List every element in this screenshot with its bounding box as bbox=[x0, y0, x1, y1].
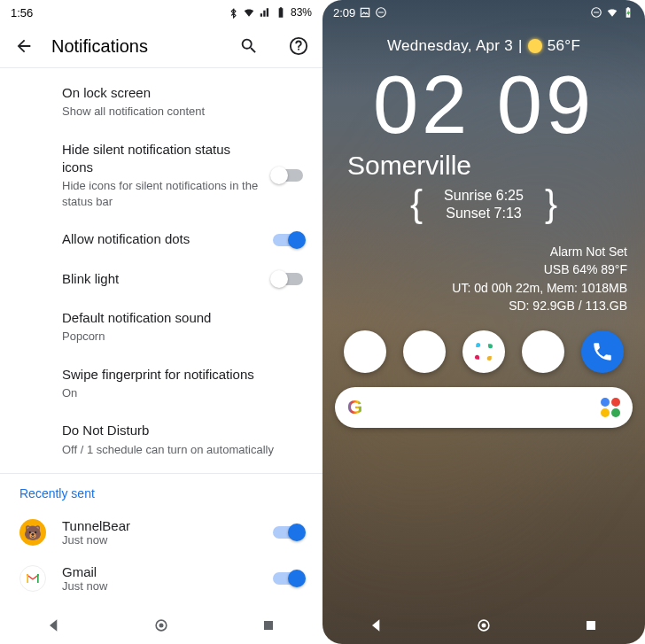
status-icons: 83% bbox=[227, 6, 312, 19]
setting-title: On lock screen bbox=[62, 84, 303, 102]
google-logo-icon: G bbox=[347, 396, 362, 419]
toggle-switch[interactable] bbox=[273, 273, 303, 285]
setting-swipe-fingerprint[interactable]: Swipe fingerprint for notificationsOn bbox=[0, 355, 322, 412]
date-text: Wednesday, Apr 3 bbox=[387, 37, 513, 55]
dock-app-phone[interactable] bbox=[581, 330, 624, 373]
svg-rect-3 bbox=[264, 621, 273, 630]
signal-icon bbox=[259, 6, 271, 19]
sun-times: Sunrise 6:25 Sunset 7:13 bbox=[417, 188, 550, 221]
sun-icon bbox=[528, 39, 542, 53]
setting-default-sound[interactable]: Default notification soundPopcorn bbox=[0, 299, 322, 355]
settings-screen: 1:56 83% Notifications On lock screenSho… bbox=[0, 0, 322, 644]
setting-title: Default notification sound bbox=[62, 309, 303, 327]
toggle-switch[interactable] bbox=[273, 526, 303, 539]
recent-app-gmail[interactable]: GmailJust now bbox=[0, 555, 322, 601]
sunset-text: Sunset 7:13 bbox=[446, 206, 521, 221]
usb-text: USB 64% 89°F bbox=[340, 260, 627, 278]
storage-text: SD: 92.9GB / 113.GB bbox=[340, 297, 627, 314]
help-icon[interactable] bbox=[289, 36, 308, 56]
city-label: Somerville bbox=[322, 145, 645, 188]
setting-title: Blink light bbox=[62, 270, 262, 288]
setting-hide-silent[interactable]: Hide silent notification status iconsHid… bbox=[0, 130, 322, 221]
wifi-icon bbox=[606, 6, 618, 19]
dock-folder-3[interactable] bbox=[522, 330, 564, 373]
svg-rect-4 bbox=[361, 8, 369, 16]
setting-dnd[interactable]: Do Not DisturbOff / 1 schedule can turn … bbox=[0, 411, 322, 468]
battery-icon bbox=[275, 6, 287, 19]
setting-title: Swipe fingerprint for notifications bbox=[62, 366, 303, 384]
nav-bar bbox=[322, 607, 645, 644]
uptime-text: UT: 0d 00h 22m, Mem: 1018MB bbox=[340, 279, 627, 297]
svg-point-2 bbox=[159, 624, 163, 628]
image-icon bbox=[359, 6, 371, 19]
dnd-icon bbox=[375, 6, 387, 19]
setting-sub: On bbox=[62, 385, 303, 401]
system-stats: Alarm Not Set USB 64% 89°F UT: 0d 00h 22… bbox=[322, 221, 645, 314]
recent-app-tunnelbear[interactable]: 🐻 TunnelBearJust now bbox=[0, 509, 322, 555]
clock-widget[interactable]: Wednesday, Apr 3 | 56°F 02 09 bbox=[322, 25, 645, 145]
battery-percent: 83% bbox=[291, 6, 312, 19]
search-icon[interactable] bbox=[239, 36, 259, 56]
nav-recent-icon[interactable] bbox=[260, 617, 277, 634]
dock-app-slack[interactable] bbox=[462, 330, 505, 373]
alarm-text: Alarm Not Set bbox=[340, 243, 627, 260]
status-bar: 2:09 bbox=[322, 0, 645, 25]
app-name: TunnelBear bbox=[62, 518, 262, 533]
toggle-switch[interactable] bbox=[273, 169, 303, 182]
status-time: 2:09 bbox=[333, 6, 355, 19]
page-title: Notifications bbox=[51, 36, 221, 57]
setting-sub: Hide icons for silent notifications in t… bbox=[62, 178, 262, 209]
tunnelbear-icon: 🐻 bbox=[19, 519, 46, 546]
setting-sub: Popcorn bbox=[62, 329, 303, 345]
app-when: Just now bbox=[62, 533, 262, 547]
sunrise-text: Sunrise 6:25 bbox=[444, 188, 524, 204]
setting-sub: Show all notification content bbox=[62, 104, 303, 120]
status-bar: 1:56 83% bbox=[0, 0, 322, 25]
search-bar[interactable]: G bbox=[335, 387, 633, 428]
temp-text: 56°F bbox=[548, 37, 580, 55]
back-icon[interactable] bbox=[14, 36, 34, 56]
nav-home-icon[interactable] bbox=[475, 617, 493, 634]
date-line: Wednesday, Apr 3 | 56°F bbox=[340, 37, 627, 55]
toggle-switch[interactable] bbox=[273, 572, 303, 585]
section-recently-sent: Recently sent bbox=[0, 474, 322, 509]
nav-bar bbox=[0, 607, 322, 644]
setting-lock-screen[interactable]: On lock screenShow all notification cont… bbox=[0, 74, 322, 130]
setting-title: Do Not Disturb bbox=[62, 422, 303, 439]
svg-rect-9 bbox=[587, 621, 595, 630]
nav-recent-icon[interactable] bbox=[582, 617, 600, 634]
setting-blink-light[interactable]: Blink light bbox=[0, 260, 322, 299]
clock-time: 02 09 bbox=[340, 64, 627, 145]
svg-point-8 bbox=[481, 624, 486, 628]
toggle-switch[interactable] bbox=[273, 234, 303, 246]
nav-home-icon[interactable] bbox=[152, 617, 170, 634]
home-screen: 2:09 Wednesday, Apr 3 | 56°F 02 09 Somer… bbox=[322, 0, 645, 644]
nav-back-icon[interactable] bbox=[368, 617, 385, 634]
app-name: Gmail bbox=[62, 564, 262, 579]
setting-sub: Off / 1 schedule can turn on automatical… bbox=[62, 442, 303, 458]
assistant-icon[interactable] bbox=[601, 398, 620, 417]
app-bar: Notifications bbox=[0, 25, 322, 67]
bluetooth-icon bbox=[227, 6, 239, 19]
setting-title: Hide silent notification status icons bbox=[62, 141, 262, 177]
setting-notification-dots[interactable]: Allow notification dots bbox=[0, 220, 322, 259]
setting-title: Allow notification dots bbox=[62, 230, 262, 248]
app-when: Just now bbox=[62, 579, 262, 593]
dock-folder-2[interactable] bbox=[403, 330, 446, 373]
dock-folder-1[interactable] bbox=[344, 330, 386, 373]
gmail-icon bbox=[19, 565, 46, 592]
dnd-status-icon bbox=[590, 6, 602, 19]
battery-icon bbox=[622, 6, 634, 19]
settings-list: On lock screenShow all notification cont… bbox=[0, 68, 322, 473]
nav-back-icon[interactable] bbox=[45, 617, 63, 634]
dock bbox=[322, 314, 645, 380]
status-time: 1:56 bbox=[11, 6, 33, 19]
wifi-icon bbox=[243, 6, 255, 19]
